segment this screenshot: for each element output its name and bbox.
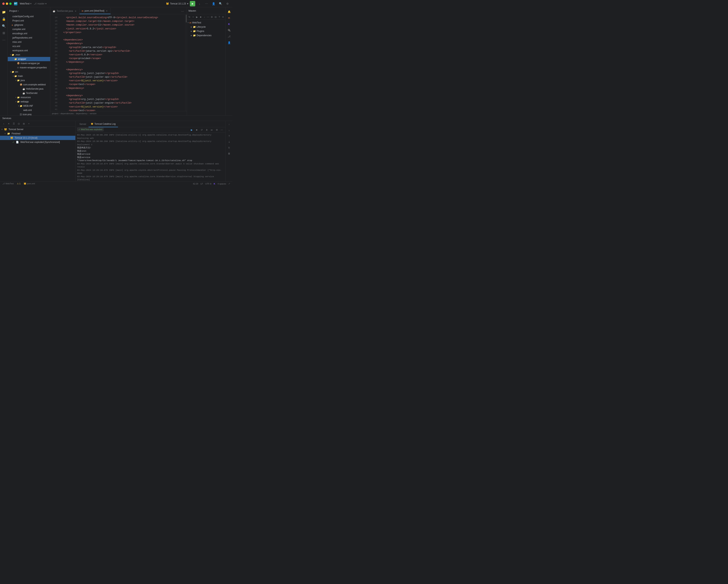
- status-expand[interactable]: ⤢: [228, 182, 230, 185]
- tree-item[interactable]: codeStyleConfig.xml: [8, 14, 50, 19]
- tree-item[interactable]: 📦 maven-wrapper.jar: [8, 61, 50, 65]
- scroll-top-btn[interactable]: ⤒: [227, 133, 232, 139]
- sidebar-icon-vcs[interactable]: 🔒: [1, 16, 7, 22]
- tree-item[interactable]: 🖼 icon.png: [8, 112, 50, 115]
- maven-close-btn[interactable]: ✕: [222, 15, 225, 19]
- settings-icon[interactable]: ⚙: [225, 1, 230, 6]
- project-header[interactable]: Project ▾: [8, 7, 50, 14]
- minimize-button[interactable]: [6, 2, 8, 5]
- user-icon[interactable]: 👤: [227, 40, 232, 45]
- maven-more-btn[interactable]: ⋯: [206, 15, 210, 19]
- scroll-up-btn[interactable]: ↑: [227, 122, 232, 127]
- console-suspend-btn[interactable]: ⏸: [205, 128, 209, 132]
- maven-expand-btn[interactable]: ⊟: [214, 15, 217, 19]
- tree-item[interactable]: ▾ 📁 wrapper: [8, 57, 50, 61]
- more-icon[interactable]: ⋯: [204, 1, 209, 6]
- maven-help-btn[interactable]: ?: [217, 15, 221, 19]
- svc-finished[interactable]: ▾ 📁 Finished: [0, 131, 75, 136]
- plugin-icon[interactable]: 🔌: [227, 27, 232, 33]
- maven-item-webtest[interactable]: ▾ m WebTest: [187, 21, 226, 25]
- sidebar-icon-more[interactable]: ⋯: [1, 37, 7, 43]
- sidebar-icon-structure[interactable]: ⊞: [1, 30, 7, 36]
- console-settings-btn[interactable]: ⚙: [215, 128, 219, 132]
- notification-icon[interactable]: 🔔: [227, 9, 232, 14]
- copy-btn[interactable]: ⎘: [227, 145, 232, 151]
- status-lf[interactable]: LF: [201, 183, 203, 185]
- svc-expand-btn[interactable]: ↕: [2, 122, 6, 126]
- tree-item[interactable]: ▾ 📁 .mvn: [8, 53, 50, 57]
- maven-add-btn[interactable]: +: [191, 15, 195, 19]
- editor-scrollbar[interactable]: [185, 14, 187, 111]
- tab-close[interactable]: ✕: [105, 9, 108, 12]
- maven-item-lifecycle[interactable]: ▶ 📁 Lifecycle: [187, 25, 226, 29]
- tree-item[interactable]: vcs.xml: [8, 44, 50, 48]
- svc-webtest-war[interactable]: ✓ 📄 WebTest:war exploded [Synchronized]: [0, 140, 75, 144]
- svc-filter-btn[interactable]: ☰: [11, 122, 16, 126]
- console-stop-btn[interactable]: ■: [194, 128, 199, 132]
- editor-menu-icon[interactable]: ⋯: [180, 9, 185, 14]
- tree-item[interactable]: 📦 com.example.webtest: [8, 82, 50, 87]
- tree-content[interactable]: codeStyleConfig.xml Project.xml ● .gitig…: [8, 14, 50, 115]
- download-icon[interactable]: ↓: [197, 1, 202, 6]
- maven-stop-btn[interactable]: ■: [199, 15, 202, 19]
- maven-run-btn[interactable]: ▶: [195, 15, 199, 19]
- tree-item[interactable]: ▾ 📁 java: [8, 78, 50, 82]
- status-branch[interactable]: ⎇ WebTest: [2, 182, 14, 185]
- tree-item[interactable]: jarRepositories.xml: [8, 36, 50, 40]
- tree-item[interactable]: ▾ 📁 src: [8, 70, 50, 74]
- clear-btn[interactable]: 🗑: [227, 151, 232, 156]
- maximize-button[interactable]: [9, 2, 11, 5]
- tree-item[interactable]: workspace.xml: [8, 48, 50, 53]
- tree-item[interactable]: ☕ TestServlet: [8, 91, 50, 95]
- svc-add-btn[interactable]: +: [27, 122, 31, 126]
- status-line[interactable]: 42:29: [193, 183, 198, 185]
- maven-settings-btn[interactable]: ⚙: [210, 15, 213, 19]
- sidebar-icon-search[interactable]: 🔍: [1, 23, 7, 29]
- svc-sort-btn[interactable]: ⊡: [17, 122, 21, 126]
- status-indent[interactable]: 4 spaces: [217, 183, 226, 185]
- svc-group-btn[interactable]: ⊞: [22, 122, 26, 126]
- tree-item[interactable]: ▾ 📁 WEB-INF: [8, 104, 50, 108]
- close-button[interactable]: [2, 2, 5, 5]
- svc-tomcat-server[interactable]: ▾ 🐱 Tomcat Server: [0, 127, 75, 131]
- git-icon[interactable]: ⎇: [227, 34, 232, 39]
- console-run-btn[interactable]: ▶: [189, 128, 194, 132]
- tree-item[interactable]: ▾ 📁 main: [8, 74, 50, 78]
- branch-info[interactable]: ⎇ master ▾: [34, 2, 47, 5]
- traffic-lights[interactable]: [2, 2, 11, 5]
- tree-item[interactable]: web.xml: [8, 108, 50, 112]
- maven-item-plugins[interactable]: ▶ 📁 Plugins: [187, 29, 226, 33]
- console-restart-btn[interactable]: ↺: [200, 128, 204, 132]
- run-button[interactable]: ▶: [190, 1, 195, 6]
- svc-close-btn[interactable]: ✕: [7, 122, 11, 126]
- console-tab-catalina[interactable]: 🐱 Tomcat Catalina Log: [88, 121, 118, 127]
- svc-tomcat-local[interactable]: ▾ 🐱 Tomcat 10.1.23 [local]: [0, 136, 75, 140]
- tree-item[interactable]: compiler.xml: [8, 27, 50, 31]
- sidebar-icon-project[interactable]: 📁: [1, 9, 7, 15]
- tab-close[interactable]: ✕: [74, 10, 77, 12]
- tree-item[interactable]: ▾ 📁 webapp: [8, 100, 50, 104]
- tree-item[interactable]: ▾ 📁 resources: [8, 95, 50, 100]
- tree-item[interactable]: Project.xml: [8, 19, 50, 23]
- tree-item[interactable]: ⚙ maven-wrapper.properties: [8, 65, 50, 70]
- tree-item[interactable]: encodings.xml: [8, 31, 50, 36]
- console-more-btn[interactable]: ⋯: [220, 128, 224, 132]
- console-output[interactable]: 03-May-2024 15:30:00.268 INFO [Catalina-…: [76, 133, 226, 181]
- status-encoding[interactable]: UTF-8: [205, 183, 211, 185]
- scroll-bottom-btn[interactable]: ⤓: [227, 139, 232, 144]
- kotlin-icon-right[interactable]: K: [227, 21, 232, 27]
- console-pause-btn[interactable]: ⏯: [210, 128, 214, 132]
- console-tab-server[interactable]: Server: [77, 121, 88, 127]
- tree-item[interactable]: ☕ HelloServlet.java: [8, 87, 50, 91]
- war-exploded-dropdown[interactable]: ✓ WebTest:war exploded: [77, 128, 104, 131]
- search-icon[interactable]: 🔍: [218, 1, 223, 6]
- maven-sync-btn[interactable]: ↻: [188, 15, 191, 19]
- code-area[interactable]: <project.build.sourceEncoding>UTF-8</pro…: [58, 14, 185, 111]
- tab-testservlet[interactable]: ☕ TestServlet.java ✕: [50, 8, 79, 14]
- tab-pomxml[interactable]: m pom.xml [WebTest] ✕: [79, 8, 111, 14]
- maven-icon-right[interactable]: m: [227, 15, 232, 21]
- profile-icon[interactable]: 👤: [211, 1, 216, 6]
- scroll-down-btn[interactable]: ↓: [227, 128, 232, 133]
- tree-item[interactable]: ● .gitignore: [8, 23, 50, 27]
- tree-item[interactable]: misc.xml: [8, 40, 50, 44]
